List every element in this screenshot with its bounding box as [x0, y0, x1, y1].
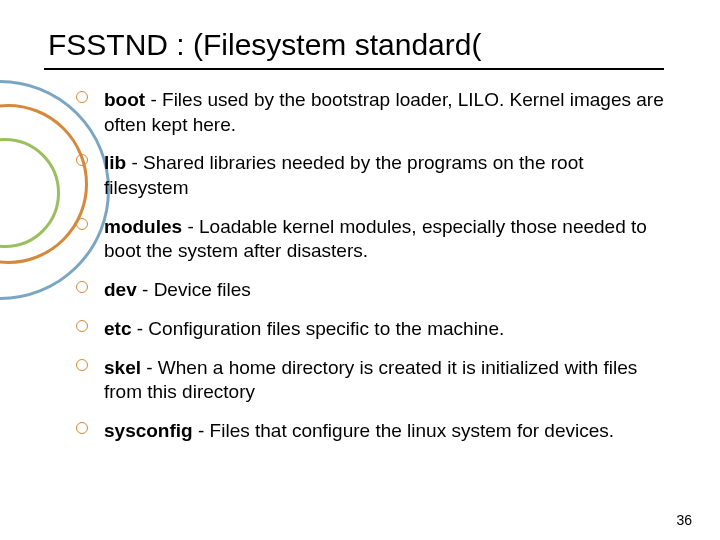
- desc: - When a home directory is created it is…: [104, 357, 637, 403]
- bullet-icon: [76, 154, 88, 166]
- list-item: lib - Shared libraries needed by the pro…: [76, 151, 670, 200]
- term: boot: [104, 89, 145, 110]
- bullet-icon: [76, 320, 88, 332]
- desc: - Files used by the bootstrap loader, LI…: [104, 89, 664, 135]
- term: modules: [104, 216, 182, 237]
- title-rule: [44, 68, 664, 70]
- desc: - Loadable kernel modules, especially th…: [104, 216, 647, 262]
- desc: - Files that configure the linux system …: [193, 420, 614, 441]
- slide-title: FSSTND : (Filesystem standard(: [44, 28, 670, 62]
- term: lib: [104, 152, 126, 173]
- bullet-icon: [76, 422, 88, 434]
- list-item: modules - Loadable kernel modules, espec…: [76, 215, 670, 264]
- bullet-icon: [76, 218, 88, 230]
- page-number: 36: [676, 512, 692, 528]
- slide: FSSTND : (Filesystem standard( boot - Fi…: [0, 0, 720, 540]
- bullet-icon: [76, 91, 88, 103]
- bullet-icon: [76, 281, 88, 293]
- bullet-list: boot - Files used by the bootstrap loade…: [44, 88, 670, 444]
- list-item: sysconfig - Files that configure the lin…: [76, 419, 670, 444]
- desc: - Device files: [137, 279, 251, 300]
- list-item: dev - Device files: [76, 278, 670, 303]
- desc: - Configuration files specific to the ma…: [131, 318, 504, 339]
- list-item: boot - Files used by the bootstrap loade…: [76, 88, 670, 137]
- term: skel: [104, 357, 141, 378]
- term: etc: [104, 318, 131, 339]
- list-item: etc - Configuration files specific to th…: [76, 317, 670, 342]
- bullet-icon: [76, 359, 88, 371]
- term: sysconfig: [104, 420, 193, 441]
- desc: - Shared libraries needed by the program…: [104, 152, 584, 198]
- term: dev: [104, 279, 137, 300]
- list-item: skel - When a home directory is created …: [76, 356, 670, 405]
